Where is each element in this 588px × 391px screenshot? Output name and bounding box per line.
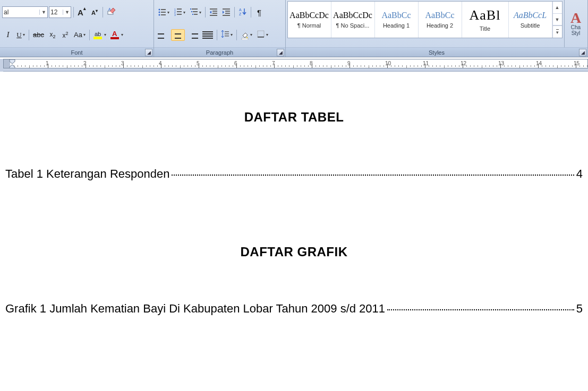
svg-rect-15 (192, 8, 198, 10)
separator (251, 7, 251, 18)
svg-rect-13 (177, 14, 182, 15)
style-item--normal[interactable]: AaBbCcDc¶ Normal (288, 2, 331, 38)
font-group-label-text: Font (71, 49, 82, 56)
change-styles-label-2: Styl (572, 30, 581, 36)
font-size-combo[interactable]: 12 ▼ (49, 6, 71, 18)
chevron-down-icon: ▾ (104, 32, 106, 37)
style-caption: ¶ No Spaci... (336, 22, 370, 29)
toc-entry-page: 5 (576, 302, 583, 316)
svg-point-6 (159, 14, 160, 15)
styles-dialog-launcher[interactable]: ◢ (579, 49, 586, 56)
paragraph-group: ▾ 123 ▾ ▾ AZ (154, 0, 286, 57)
shrink-font-button[interactable]: A▾ (89, 6, 100, 18)
multilevel-list-icon (190, 7, 198, 18)
chevron-down-icon: ▼ (63, 10, 70, 15)
decrease-indent-icon (209, 7, 218, 18)
toc-entry-page: 4 (576, 167, 583, 181)
clear-formatting-button[interactable]: A (105, 6, 118, 18)
svg-rect-30 (225, 31, 229, 32)
italic-button[interactable]: I (2, 29, 14, 41)
font-group-label: Font ◢ (0, 47, 154, 57)
subscript-button[interactable]: x2 (47, 29, 58, 41)
decrease-indent-button[interactable] (208, 6, 219, 18)
separator (234, 7, 235, 18)
svg-text:A: A (108, 7, 111, 11)
style-item-heading-2[interactable]: AaBbCcHeading 2 (419, 2, 462, 38)
svg-rect-19 (194, 14, 198, 15)
font-color-button[interactable]: A ▾ (109, 29, 125, 41)
separator (205, 7, 206, 18)
style-caption: Title (480, 25, 490, 32)
gallery-more[interactable]: ▾ (553, 25, 562, 38)
align-left-icon (158, 31, 168, 39)
svg-rect-33 (242, 38, 248, 40)
style-item-heading-1[interactable]: AaBbCcHeading 1 (375, 2, 419, 38)
underline-button[interactable]: U▾ (15, 29, 27, 41)
paragraph-group-label-text: Paragraph (206, 49, 233, 56)
increase-indent-button[interactable] (220, 6, 232, 18)
strikethrough-button[interactable]: abc (31, 29, 46, 41)
style-item-title[interactable]: AaBlTitle (462, 2, 509, 38)
italic-icon: I (7, 30, 10, 39)
justify-button[interactable] (201, 29, 215, 41)
styles-group-label: Styles ◢ (286, 47, 587, 57)
borders-button[interactable]: ▾ (255, 29, 270, 41)
svg-rect-18 (192, 14, 193, 15)
styles-gallery[interactable]: AaBbCcDc¶ NormalAaBbCcDc¶ No Spaci...AaB… (287, 1, 563, 38)
gallery-row-down[interactable]: ▼ (553, 14, 562, 26)
bullets-button[interactable]: ▾ (156, 6, 171, 18)
chevron-down-icon: ▾ (183, 10, 185, 15)
svg-rect-23 (210, 15, 217, 16)
svg-text:3: 3 (174, 13, 176, 16)
style-item--no-spaci-[interactable]: AaBbCcDc¶ No Spaci... (331, 2, 375, 38)
gallery-row-up[interactable]: ▲ (553, 2, 562, 14)
change-case-button[interactable]: Aa▾ (72, 29, 87, 41)
numbering-button[interactable]: 123 ▾ (172, 6, 187, 18)
align-left-button[interactable] (156, 29, 170, 41)
multilevel-list-button[interactable]: ▾ (188, 6, 203, 18)
style-preview: AaBbCcDc (333, 11, 372, 20)
strikethrough-icon: abc (33, 31, 44, 39)
align-center-icon (173, 31, 183, 39)
chevron-down-icon: ▼ (39, 10, 46, 15)
style-caption: ¶ Normal (297, 22, 321, 29)
subscript-icon: x2 (49, 31, 55, 39)
paragraph-dialog-launcher[interactable]: ◢ (277, 49, 284, 56)
change-styles-button[interactable]: A Cha Styl (564, 0, 587, 47)
svg-rect-31 (225, 33, 229, 34)
toc-entry-text: Grafik 1 Jumlah Kematian Bayi Di Kabupat… (5, 302, 385, 316)
font-family-combo[interactable]: al ▼ (2, 6, 48, 18)
style-caption: Heading 2 (427, 22, 453, 29)
sort-button[interactable]: AZ (237, 6, 249, 18)
style-item-subtitle[interactable]: AaBbCcLSubtitle (509, 2, 552, 38)
font-group: al ▼ 12 ▼ A▴ A▾ A (0, 0, 154, 57)
change-case-icon: Aa (74, 31, 82, 39)
horizontal-ruler[interactable]: 123456789101112131415 (3, 59, 588, 68)
shading-button[interactable]: ▾ (239, 29, 254, 41)
font-dialog-launcher[interactable]: ◢ (145, 49, 152, 56)
styles-group-label-text: Styles (429, 49, 445, 56)
paragraph-group-label: Paragraph ◢ (154, 47, 285, 57)
document-page[interactable]: DAFTAR TABEL Tabel 1 Keterangan Responde… (0, 72, 588, 321)
svg-rect-14 (190, 8, 191, 10)
indent-marker[interactable] (9, 59, 15, 68)
borders-icon (257, 30, 265, 40)
ruler-number: 13 (498, 60, 504, 66)
align-center-button[interactable] (171, 29, 185, 41)
ruler-number: 14 (536, 60, 542, 66)
line-spacing-button[interactable]: ▾ (219, 29, 234, 41)
svg-rect-26 (225, 13, 230, 14)
svg-rect-27 (223, 15, 230, 16)
chevron-down-icon: ▾ (231, 32, 233, 37)
show-marks-button[interactable]: ¶ (253, 6, 265, 18)
superscript-button[interactable]: x2 (59, 29, 71, 41)
svg-rect-24 (223, 8, 230, 10)
change-styles-icon: A (570, 12, 581, 24)
grow-font-button[interactable]: A▴ (76, 6, 88, 18)
svg-point-4 (159, 11, 160, 13)
pilcrow-icon: ¶ (257, 8, 261, 17)
highlight-button[interactable]: ab ▾ (92, 29, 108, 41)
align-right-button[interactable] (186, 29, 200, 41)
style-preview: AaBl (470, 7, 501, 23)
gallery-scroll[interactable]: ▲▼▾ (552, 2, 562, 38)
